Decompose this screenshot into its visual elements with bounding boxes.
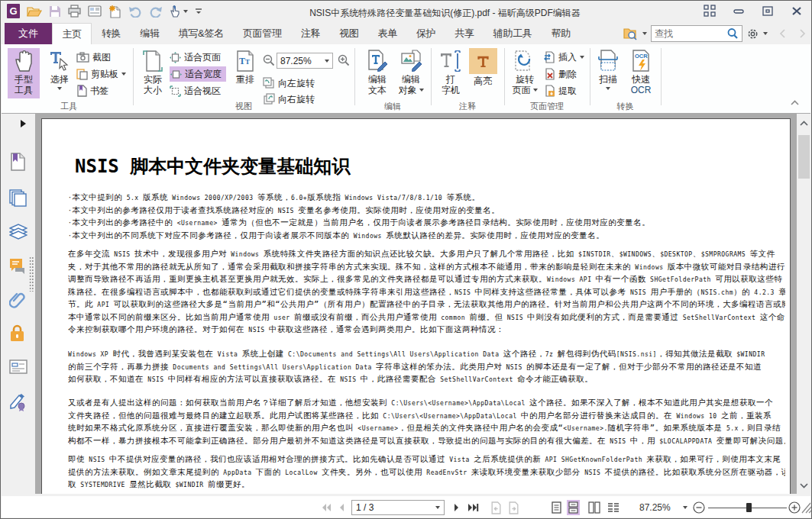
delete-pages-button[interactable]: 删除	[544, 66, 577, 82]
search-input[interactable]: 查找	[651, 25, 742, 42]
folder-search-icon[interactable]	[623, 27, 639, 40]
zoom-out-icon[interactable]	[263, 54, 275, 66]
edit-text-button[interactable]: 编辑 文本	[362, 48, 393, 98]
sidebar-layers-icon[interactable]	[9, 224, 27, 240]
tab-view[interactable]: 视图	[330, 23, 368, 44]
expand-panel-icon[interactable]	[21, 120, 26, 127]
scroll-up-icon[interactable]	[799, 120, 809, 127]
extract-pages-button[interactable]: 提取	[544, 83, 577, 98]
folder-search-caret[interactable]	[642, 32, 647, 35]
tab-protect[interactable]: 保护	[406, 23, 445, 44]
tab-home[interactable]: 主页	[52, 23, 92, 44]
zoom-slider-handle[interactable]	[746, 503, 752, 512]
select-tool-button[interactable]: 选择	[44, 48, 75, 98]
minimize-button[interactable]	[733, 5, 745, 17]
sidebar-security-icon[interactable]	[9, 324, 25, 342]
sidebar-pages-icon[interactable]	[9, 189, 27, 207]
edit-object-button[interactable]: 编辑 对象	[394, 48, 428, 98]
sidebar-bookmarks-icon[interactable]	[9, 153, 26, 171]
page-combo-caret[interactable]	[435, 506, 440, 509]
actual-size-button[interactable]: 实际 大小	[136, 48, 170, 98]
scrollbar-thumb[interactable]	[798, 135, 810, 179]
forward-view-icon[interactable]	[797, 28, 807, 39]
customize-qat-icon[interactable]	[195, 7, 202, 16]
insert-pages-caret	[580, 56, 584, 59]
zoom-out-button[interactable]	[693, 501, 705, 514]
sidebar-fields-icon[interactable]	[9, 359, 27, 374]
tab-help[interactable]: 帮助	[542, 23, 580, 44]
typewriter-button[interactable]: 打 字机	[437, 48, 464, 98]
maximize-button[interactable]	[762, 5, 774, 17]
rotate-pages-button[interactable]: 旋转 页面	[507, 48, 542, 98]
back-view-icon[interactable]	[778, 28, 788, 39]
tab-comment[interactable]: 注释	[291, 23, 329, 44]
search-icon[interactable]	[726, 27, 739, 40]
last-page-button[interactable]	[467, 503, 479, 512]
tab-convert[interactable]: 转换	[92, 23, 130, 44]
next-view-button[interactable]	[508, 501, 519, 514]
resize-grip[interactable]	[801, 501, 812, 514]
tab-organize[interactable]: 页面管理	[233, 23, 291, 44]
fit-width-button[interactable]: 适合宽度	[170, 66, 226, 82]
edit-text-label-2: 文本	[368, 85, 387, 95]
scroll-down-icon[interactable]	[799, 482, 809, 489]
snapshot-button[interactable]: 截图	[76, 50, 111, 65]
new-document-icon[interactable]	[108, 5, 121, 18]
collapse-ribbon-icon[interactable]	[790, 99, 800, 106]
sidebar-comments-icon[interactable]	[9, 258, 27, 275]
zoom-combo-caret[interactable]	[325, 60, 329, 63]
app-logo-icon[interactable]: G	[7, 4, 20, 18]
fit-visible-button[interactable]: 适合视区	[170, 83, 221, 98]
print-icon[interactable]	[68, 5, 81, 18]
bookmark-button[interactable]: 书签	[76, 83, 108, 98]
tab-edit[interactable]: 编辑	[131, 23, 169, 44]
gear-dropdown-caret[interactable]	[763, 32, 768, 35]
sidebar-attachments-icon[interactable]	[9, 292, 26, 309]
quick-ocr-button[interactable]: OCR 快速 OCR	[625, 48, 657, 98]
prev-page-button[interactable]	[338, 503, 345, 512]
prev-view-button[interactable]	[490, 501, 502, 514]
undo-icon[interactable]	[128, 5, 142, 18]
vertical-scrollbar[interactable]	[797, 114, 811, 495]
gear-icon[interactable]	[746, 27, 759, 40]
hand-tool-button[interactable]: 手型 工具	[8, 48, 40, 98]
quick-access-toolbar: G	[7, 4, 202, 18]
hand-tool-dropdown-caret[interactable]	[183, 10, 188, 13]
open-file-icon[interactable]	[27, 5, 42, 18]
page-number-combo[interactable]: 1 / 3	[351, 500, 445, 515]
zoom-percentage-caret[interactable]	[683, 506, 687, 509]
ribbon-tab-bar: 文件 主页 转换 编辑 填写&签名 页面管理 注释 视图 表单 保护 共享 辅助…	[2, 23, 810, 44]
zoom-in-icon[interactable]	[338, 54, 350, 66]
save-icon[interactable]	[49, 5, 61, 18]
tab-fill-sign[interactable]: 填写&签名	[169, 23, 233, 44]
panel-splitter-handle[interactable]	[29, 256, 34, 292]
tab-file[interactable]: 文件	[5, 23, 52, 44]
sidebar-signature-icon[interactable]	[9, 393, 27, 411]
doc-text-line: 取 SYSTEMDRIVE 显然比截取 $WINDIR 前缀更好。	[68, 478, 785, 491]
tab-accessibility[interactable]: 辅助工具	[484, 23, 542, 44]
clipboard-button[interactable]: 剪贴板	[76, 66, 126, 82]
fit-page-button[interactable]: 适合页面	[170, 50, 221, 65]
insert-pages-button[interactable]: 插入	[544, 50, 584, 65]
single-page-view-button[interactable]	[550, 500, 563, 515]
reflow-button[interactable]: TT 重排	[229, 48, 261, 98]
next-page-button[interactable]	[454, 503, 460, 512]
redo-icon[interactable]	[149, 5, 163, 18]
rotate-left-button[interactable]: 向左旋转	[263, 76, 315, 91]
first-page-button[interactable]	[321, 503, 332, 512]
close-button[interactable]	[791, 5, 803, 17]
zoom-in-button[interactable]	[788, 501, 801, 514]
hand-tool-qat-icon[interactable]	[170, 5, 181, 18]
scan-button[interactable]: 扫描	[593, 48, 623, 98]
tab-share[interactable]: 共享	[445, 23, 484, 44]
continuous-view-button[interactable]	[567, 500, 580, 515]
scan-icon	[597, 48, 620, 74]
arrange-windows-icon[interactable]	[704, 5, 716, 17]
email-icon[interactable]	[88, 5, 102, 17]
fit-width-icon	[170, 69, 182, 80]
zoom-level-combo[interactable]: 87.25%	[277, 53, 333, 69]
highlight-button[interactable]: 高亮	[466, 48, 500, 98]
tab-form[interactable]: 表单	[368, 23, 406, 44]
facing-view-button[interactable]	[587, 500, 600, 515]
continuous-facing-view-button[interactable]	[607, 500, 620, 515]
